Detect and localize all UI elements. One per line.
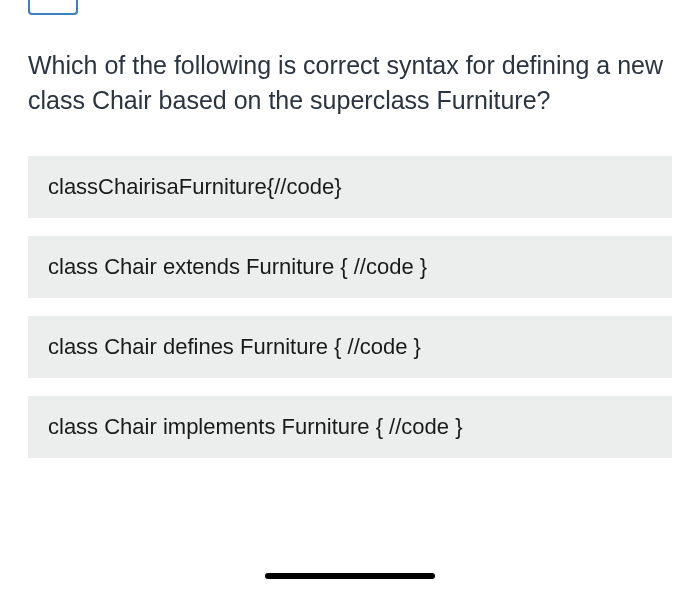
answer-option-3[interactable]: class Chair defines Furniture { //code } [28, 316, 672, 378]
top-nav-marker [28, 0, 78, 15]
answer-option-4[interactable]: class Chair implements Furniture { //cod… [28, 396, 672, 458]
answer-option-2[interactable]: class Chair extends Furniture { //code } [28, 236, 672, 298]
home-indicator[interactable] [265, 573, 435, 579]
content-area: Which of the following is correct syntax… [0, 0, 700, 458]
answer-option-1[interactable]: classChairisaFurniture{//code} [28, 156, 672, 218]
question-text: Which of the following is correct syntax… [28, 48, 672, 118]
